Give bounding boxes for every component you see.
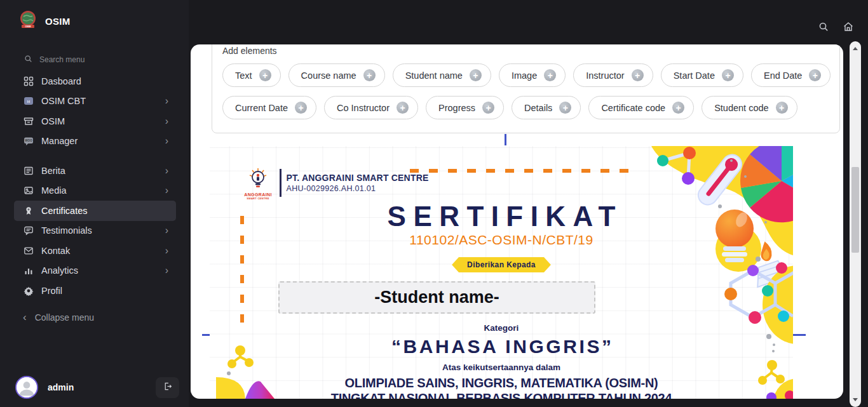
brand[interactable]: OSIM OSIM <box>19 10 71 32</box>
award-icon <box>23 205 34 216</box>
add-elements-title: Add elements <box>222 46 830 56</box>
sidebar-item-analytics[interactable]: Analytics › <box>14 261 176 281</box>
sidebar-item-osim[interactable]: OSIM › <box>14 111 176 131</box>
scrollbar-thumb[interactable] <box>851 167 859 253</box>
plus-icon: + <box>544 69 556 81</box>
element-pill-student-code[interactable]: Student code+ <box>702 96 797 119</box>
user-row: admin <box>15 376 179 399</box>
student-name-placeholder[interactable]: -Student name- <box>278 281 595 314</box>
sidebar-search[interactable]: Search menu <box>24 55 85 65</box>
plus-icon: + <box>363 69 376 81</box>
pill-label: Co Instructor <box>337 103 390 113</box>
anggraini-logo-subtext: SMART CENTRE <box>240 197 276 200</box>
pill-label: End Date <box>764 70 802 81</box>
sidebar-item-osim-cbt[interactable]: H OSIM CBT › <box>14 91 176 112</box>
element-pill-end-date[interactable]: End Date+ <box>751 63 831 87</box>
plus-icon: + <box>672 102 684 114</box>
vertical-scrollbar[interactable] <box>850 41 861 407</box>
certificate-header: ANGGRAINI SMART CENTRE PT. ANGGRAINI SMA… <box>240 168 429 200</box>
collapse-menu-button[interactable]: ‹ Collapse menu <box>23 311 94 324</box>
main-content-panel: Add elements Text+ Course name+ Student … <box>191 44 843 399</box>
element-pill-image[interactable]: Image+ <box>499 63 566 87</box>
chevron-right-icon: › <box>165 265 170 276</box>
pill-row-2: Current Date+ Co Instructor+ Progress+ D… <box>222 96 830 119</box>
element-pill-course-name[interactable]: Course name+ <box>288 63 385 87</box>
pill-label: Image <box>512 70 537 81</box>
element-pill-text[interactable]: Text+ <box>222 63 281 87</box>
given-to-ribbon: Diberikan Kepada <box>452 257 551 272</box>
collapse-menu-label: Collapse menu <box>35 312 94 323</box>
pill-label: Progress <box>438 103 475 113</box>
sidebar-item-certificates[interactable]: Certificates <box>14 201 176 221</box>
plus-icon: + <box>482 102 494 114</box>
svg-text:H: H <box>27 100 29 103</box>
category-value: “BAHASA INGGRIS” <box>210 336 793 357</box>
element-pill-start-date[interactable]: Start Date+ <box>661 63 743 87</box>
sidebar-item-label: OSIM <box>41 116 158 126</box>
search-icon[interactable] <box>818 22 829 32</box>
user-name: admin <box>48 382 156 392</box>
pill-label: Course name <box>301 70 356 81</box>
news-icon <box>23 165 34 176</box>
sidebar-item-profil[interactable]: Profil <box>14 281 176 301</box>
sidebar-item-dasboard[interactable]: Dasboard <box>14 71 176 91</box>
sidebar-item-label: Media <box>41 185 158 196</box>
pill-label: Student code <box>714 103 768 113</box>
plus-icon: + <box>397 102 409 114</box>
chevron-right-icon: › <box>165 225 170 236</box>
chat-badge-icon: WOO <box>23 136 34 147</box>
chevron-right-icon: › <box>165 166 170 176</box>
scroll-up-arrow[interactable] <box>853 47 858 50</box>
element-pill-current-date[interactable]: Current Date+ <box>222 96 316 119</box>
archive-icon <box>23 116 34 126</box>
sidebar-item-label: Dasboard <box>41 76 170 86</box>
logout-button[interactable] <box>156 377 179 398</box>
topbar-actions <box>818 21 854 32</box>
plus-icon: + <box>632 69 644 81</box>
anggraini-logo: ANGGRAINI SMART CENTRE <box>240 168 276 200</box>
dashboard-icon <box>23 76 34 86</box>
sidebar-item-label: OSIM CBT <box>41 96 158 106</box>
sidebar-nav: Dasboard H OSIM CBT › OSIM › WOO Manager… <box>14 71 176 301</box>
sidebar-item-label: Certificates <box>41 206 170 216</box>
element-pill-co-instructor[interactable]: Co Instructor+ <box>324 96 418 119</box>
chevron-left-icon: ‹ <box>23 311 27 324</box>
chevron-right-icon: › <box>165 136 170 146</box>
pill-label: Certificate code <box>601 103 665 113</box>
company-name: PT. ANGGRAINI SMART CENTRE <box>287 173 429 183</box>
element-pill-student-name[interactable]: Student name+ <box>393 63 491 87</box>
chevron-right-icon: › <box>165 116 170 126</box>
element-pill-instructor[interactable]: Instructor+ <box>573 63 653 87</box>
sidebar-item-kontak[interactable]: Kontak › <box>14 241 176 261</box>
home-icon[interactable] <box>843 21 854 32</box>
participation-line: Atas keikutsertaannya dalam <box>210 363 793 372</box>
cbt-badge-icon: H <box>23 96 34 107</box>
brand-name: OSIM <box>45 16 71 27</box>
media-icon <box>23 185 34 196</box>
category-label: Kategori <box>210 323 793 333</box>
mail-icon <box>23 245 34 256</box>
sidebar-item-berita[interactable]: Berita › <box>14 161 176 181</box>
gear-icon <box>23 285 34 296</box>
text-cursor-mark <box>505 134 506 145</box>
event-line-2: TINGKAT NASIONAL BERBASIS KOMPUTER TAHUN… <box>210 391 793 399</box>
pill-label: Text <box>235 70 252 81</box>
element-pill-details[interactable]: Details+ <box>512 96 581 119</box>
plus-icon: + <box>559 102 571 114</box>
pill-label: Start Date <box>674 70 715 81</box>
sidebar-item-media[interactable]: Media › <box>14 181 176 201</box>
scroll-down-arrow[interactable] <box>853 398 858 401</box>
pill-label: Student name <box>405 70 463 81</box>
element-pill-certificate-code[interactable]: Certificate code+ <box>588 96 694 119</box>
sidebar-item-label: Manager <box>41 136 158 146</box>
certificate-code: 110102/ASC-OSIM-N/CBT/19 <box>210 232 793 248</box>
sidebar-item-manager[interactable]: WOO Manager › <box>14 131 176 152</box>
plus-icon: + <box>776 102 788 114</box>
pill-label: Instructor <box>586 70 624 81</box>
sidebar-item-testimonials[interactable]: Testimonials › <box>14 221 176 241</box>
certificate-preview[interactable]: ANGGRAINI SMART CENTRE PT. ANGGRAINI SMA… <box>210 146 793 399</box>
certificate-title: SERTIFIKAT <box>210 201 793 232</box>
avatar[interactable] <box>15 376 38 399</box>
logo-divider <box>280 169 281 197</box>
element-pill-progress[interactable]: Progress+ <box>426 96 504 119</box>
